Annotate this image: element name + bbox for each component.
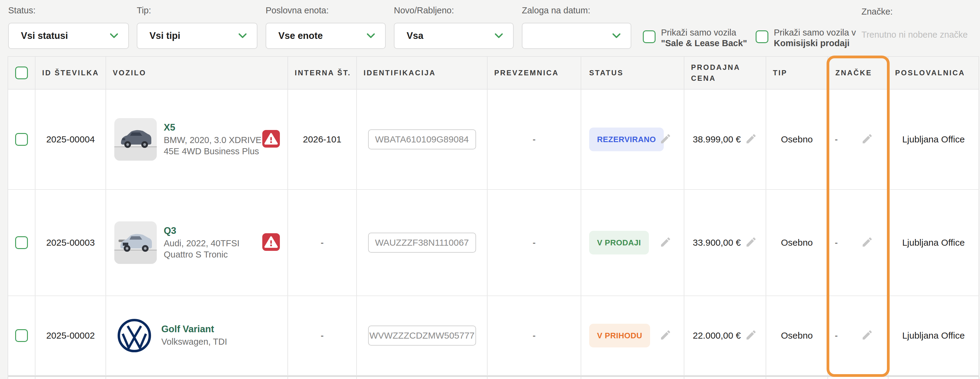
filter-status-label: Status: [8,5,129,16]
filter-tip: Tip: Vsi tipi [137,5,258,49]
status-cell: REZERVIRANO [581,90,684,189]
sale-lease-back-label-line2: "Sale & Lease Back" [661,38,747,48]
edit-status-icon[interactable] [660,329,671,342]
tip-value: Osebno [781,134,813,145]
vehicle-photo[interactable] [114,118,157,161]
interna-cell: - [288,190,357,296]
header-prevzemnica[interactable]: PREVZEMNICA [488,57,581,89]
poslovalnica-value: Ljubljana Office [902,237,964,248]
poslovalnica-value: Ljubljana Office [902,134,964,145]
edit-status-icon[interactable] [660,133,671,146]
filter-status: Status: Vsi statusi [8,5,129,49]
komisijska-prodaja-checkbox[interactable] [756,30,768,43]
poslovalnica-value: Ljubljana Office [902,330,964,341]
row-checkbox[interactable] [15,236,28,249]
sale-lease-back-filter: Prikaži samo vozila "Sale & Lease Back" [643,27,747,49]
header-interna-st[interactable]: INTERNA ŠT. [288,57,357,89]
filter-status-value: Vsi statusi [21,30,68,41]
edit-price-icon[interactable] [745,133,757,146]
vehicle-id: 2025-00004 [46,134,95,145]
filter-novo-rabljeno-select[interactable]: Vsa [394,23,514,49]
znacke-cell: - [828,90,888,189]
edit-znacke-icon[interactable] [861,133,873,146]
vehicle-text: X5 BMW, 2020, 3.0 XDRIVE 45E 4WD Busines… [164,122,267,157]
tip-cell: Osebno [766,90,828,189]
poslovalnica-cell: Ljubljana Office [888,190,979,296]
prevzemnica-value: - [533,134,536,145]
filter-tip-value: Vsi tipi [150,30,180,41]
vin-input[interactable] [368,326,476,345]
sale-lease-back-checkbox[interactable] [643,30,655,43]
vehicle-id: 2025-00003 [46,237,95,248]
row-checkbox[interactable] [15,133,28,146]
warning-icon[interactable] [262,130,280,149]
vehicle-photo[interactable] [114,221,157,264]
vehicle-name-link[interactable]: Golf Variant [161,324,264,335]
vehicle-name-link[interactable]: X5 [164,122,267,133]
header-znacke[interactable]: ZNAČKE [828,57,888,89]
komisijska-prodaja-filter: Prikaži samo vozila v Komisijski prodaji [756,27,856,49]
price-value: 38.999,00 € [693,134,741,145]
znacke-value: - [835,330,838,341]
header-tip[interactable]: TIP [766,57,828,89]
vehicle-text: Golf Variant Volkswagen, TDI [161,324,264,347]
header-prodajna-cena[interactable]: PRODAJNA CENA [684,57,766,89]
chevron-down-icon [239,34,247,38]
znacke-value: - [835,134,838,145]
price-value: 22.000,00 € [693,330,741,341]
header-status[interactable]: STATUS [581,57,684,89]
filter-zaloga-na-datum-select[interactable] [522,23,631,49]
filter-status-select[interactable]: Vsi statusi [8,23,129,49]
edit-status-icon[interactable] [660,236,671,249]
interna-number: - [321,237,324,248]
prevzemnica-value: - [533,330,536,341]
edit-znacke-icon[interactable] [861,236,873,249]
filter-tip-select[interactable]: Vsi tipi [137,23,258,49]
edit-price-icon[interactable] [745,329,757,342]
header-id-stevilka[interactable]: ID ŠTEVILKA [35,57,106,89]
header-vozilo[interactable]: VOZILO [106,57,288,89]
chevron-down-icon [612,34,620,38]
interna-cell: - [288,296,357,375]
warning-icon[interactable] [262,233,280,252]
znacke-cell: - [828,296,888,375]
status-cell: V PRIHODU [581,296,684,375]
row-select-cell [8,190,35,296]
identifikacija-cell [357,90,488,189]
status-badge: V PRIHODU [589,324,650,347]
interna-number: - [321,330,324,341]
row-select-cell [8,90,35,189]
select-all-checkbox[interactable] [15,67,28,79]
znacke-value: - [835,237,838,248]
header-select-all-cell [8,57,35,89]
filter-poslovna-enota-select[interactable]: Vse enote [266,23,386,49]
identifikacija-cell [357,296,488,375]
filter-novo-rabljeno: Novo/Rabljeno: Vsa [394,5,514,49]
edit-price-icon[interactable] [745,236,757,249]
vehicle-name-link[interactable]: Q3 [164,225,267,236]
header-identifikacija[interactable]: IDENTIFIKACIJA [357,57,488,89]
table-row: 2025-00003 Q3 Audi, 2022, 40TFSI Qua [8,190,979,296]
znacke-cell: - [828,190,888,296]
prevzemnica-value: - [533,237,536,248]
interna-number: 2026-101 [303,134,341,145]
filter-novo-rabljeno-label: Novo/Rabljeno: [394,5,514,16]
vehicle-id: 2025-00002 [46,330,95,341]
tags-label: Značke: [861,7,892,17]
edit-znacke-icon[interactable] [861,329,873,342]
vehicle-cell: Q3 Audi, 2022, 40TFSI Quattro S Tronic [106,190,288,296]
filter-poslovna-enota-label: Poslovna enota: [266,5,386,16]
identifikacija-cell [357,190,488,296]
id-cell: 2025-00004 [35,90,106,189]
id-cell: 2025-00002 [35,296,106,375]
prevzemnica-cell: - [488,90,581,189]
table-row: 2025-00002 Golf Variant Volkswagen, TDI … [8,296,979,376]
row-select-cell [8,296,35,375]
vin-input[interactable] [368,233,476,253]
header-poslovalnica[interactable]: POSLOVALNICA [888,57,979,89]
row-checkbox[interactable] [15,329,28,342]
filter-poslovna-enota: Poslovna enota: Vse enote [266,5,386,49]
vin-input[interactable] [368,130,476,149]
status-badge: REZERVIRANO [589,128,664,151]
prevzemnica-cell: - [488,190,581,296]
